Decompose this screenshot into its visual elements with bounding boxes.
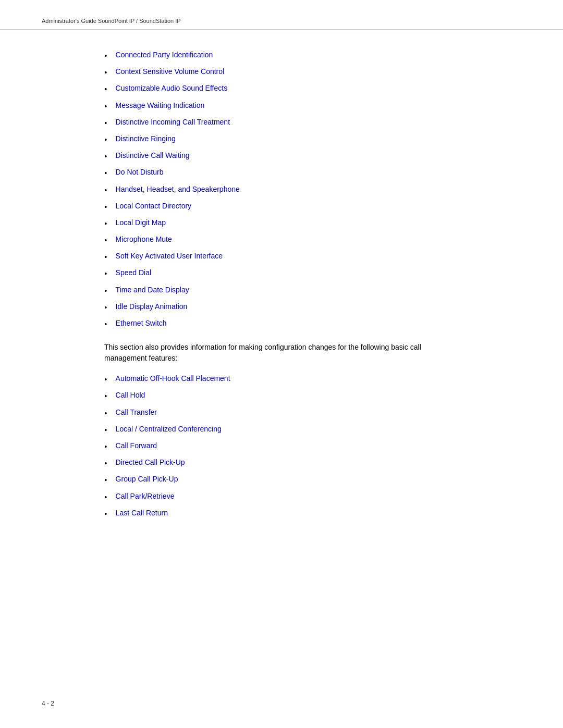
list-item: •Local Digit Map bbox=[104, 218, 459, 229]
bullet-icon: • bbox=[104, 509, 107, 519]
list-item-link[interactable]: Local Digit Map bbox=[116, 218, 166, 227]
list-item: •Automatic Off-Hook Call Placement bbox=[104, 374, 459, 385]
bullet-icon: • bbox=[104, 186, 107, 195]
list-item-link[interactable]: Call Forward bbox=[116, 441, 157, 450]
bullet-icon: • bbox=[104, 68, 107, 78]
list-item: •Microphone Mute bbox=[104, 235, 459, 245]
list-item: •Call Hold bbox=[104, 391, 459, 401]
list-item-link[interactable]: Local Contact Directory bbox=[116, 202, 192, 210]
bullet-icon: • bbox=[104, 152, 107, 162]
bullet-icon: • bbox=[104, 391, 107, 401]
bullet-icon: • bbox=[104, 118, 107, 128]
bullet-icon: • bbox=[104, 492, 107, 502]
bullet-icon: • bbox=[104, 409, 107, 418]
list-item: •Directed Call Pick-Up bbox=[104, 458, 459, 468]
page-number: 4 - 2 bbox=[42, 700, 54, 707]
bullet-icon: • bbox=[104, 319, 107, 329]
list-item-link[interactable]: Speed Dial bbox=[116, 268, 152, 277]
bullet-icon: • bbox=[104, 202, 107, 212]
list-item: •Local / Centralized Conferencing bbox=[104, 425, 459, 435]
list-item-link[interactable]: Do Not Disturb bbox=[116, 168, 164, 176]
second-bullet-list: •Automatic Off-Hook Call Placement•Call … bbox=[104, 374, 459, 519]
section-paragraph: This section also provides information f… bbox=[104, 342, 459, 364]
list-item: •Ethernet Switch bbox=[104, 319, 459, 329]
bullet-icon: • bbox=[104, 135, 107, 145]
main-content: •Connected Party Identification•Context … bbox=[0, 30, 563, 563]
list-item-link[interactable]: Ethernet Switch bbox=[116, 319, 167, 327]
bullet-icon: • bbox=[104, 236, 107, 245]
page-header: Administrator's Guide SoundPoint IP / So… bbox=[0, 0, 563, 30]
bullet-icon: • bbox=[104, 442, 107, 452]
list-item-link[interactable]: Soft Key Activated User Interface bbox=[116, 252, 223, 260]
list-item: •Context Sensitive Volume Control bbox=[104, 67, 459, 78]
list-item-link[interactable]: Distinctive Ringing bbox=[116, 134, 176, 143]
list-item-link[interactable]: Time and Date Display bbox=[116, 286, 189, 294]
list-item-link[interactable]: Context Sensitive Volume Control bbox=[116, 67, 225, 76]
list-item: •Connected Party Identification bbox=[104, 51, 459, 61]
list-item: •Call Transfer bbox=[104, 408, 459, 418]
list-item: •Call Park/Retrieve bbox=[104, 492, 459, 502]
list-item-link[interactable]: Distinctive Call Waiting bbox=[116, 151, 190, 159]
list-item-link[interactable]: Group Call Pick-Up bbox=[116, 475, 178, 483]
bullet-icon: • bbox=[104, 252, 107, 262]
list-item-link[interactable]: Call Park/Retrieve bbox=[116, 492, 175, 500]
list-item: •Time and Date Display bbox=[104, 286, 459, 296]
list-item-link[interactable]: Directed Call Pick-Up bbox=[116, 458, 185, 466]
list-item: •Message Waiting Indication bbox=[104, 101, 459, 112]
list-item: •Last Call Return bbox=[104, 509, 459, 519]
list-item: •Customizable Audio Sound Effects bbox=[104, 84, 459, 94]
bullet-icon: • bbox=[104, 84, 107, 94]
list-item: •Soft Key Activated User Interface bbox=[104, 252, 459, 262]
list-item-link[interactable]: Automatic Off-Hook Call Placement bbox=[116, 374, 230, 382]
list-item: •Local Contact Directory bbox=[104, 202, 459, 212]
list-item: •Do Not Disturb bbox=[104, 168, 459, 178]
list-item: •Call Forward bbox=[104, 441, 459, 452]
page-container: Administrator's Guide SoundPoint IP / So… bbox=[0, 0, 563, 728]
bullet-icon: • bbox=[104, 459, 107, 468]
list-item-link[interactable]: Call Hold bbox=[116, 391, 145, 399]
header-text: Administrator's Guide SoundPoint IP / So… bbox=[42, 18, 181, 24]
list-item-link[interactable]: Customizable Audio Sound Effects bbox=[116, 84, 228, 92]
list-item: •Distinctive Call Waiting bbox=[104, 151, 459, 162]
list-item-link[interactable]: Call Transfer bbox=[116, 408, 157, 416]
bullet-icon: • bbox=[104, 51, 107, 61]
bullet-icon: • bbox=[104, 168, 107, 178]
bullet-icon: • bbox=[104, 375, 107, 385]
list-item: •Group Call Pick-Up bbox=[104, 475, 459, 485]
list-item-link[interactable]: Connected Party Identification bbox=[116, 51, 213, 59]
bullet-icon: • bbox=[104, 425, 107, 435]
list-item: •Handset, Headset, and Speakerphone bbox=[104, 185, 459, 195]
bullet-icon: • bbox=[104, 102, 107, 112]
list-item: •Speed Dial bbox=[104, 268, 459, 279]
bullet-icon: • bbox=[104, 219, 107, 229]
list-item-link[interactable]: Last Call Return bbox=[116, 509, 168, 517]
bullet-icon: • bbox=[104, 269, 107, 279]
bullet-icon: • bbox=[104, 475, 107, 485]
bullet-icon: • bbox=[104, 286, 107, 296]
list-item-link[interactable]: Handset, Headset, and Speakerphone bbox=[116, 185, 240, 193]
list-item: •Idle Display Animation bbox=[104, 302, 459, 313]
list-item-link[interactable]: Distinctive Incoming Call Treatment bbox=[116, 118, 230, 126]
list-item-link[interactable]: Local / Centralized Conferencing bbox=[116, 425, 222, 433]
list-item-link[interactable]: Microphone Mute bbox=[116, 235, 172, 243]
list-item-link[interactable]: Idle Display Animation bbox=[116, 302, 188, 311]
list-item: •Distinctive Ringing bbox=[104, 134, 459, 145]
list-item-link[interactable]: Message Waiting Indication bbox=[116, 101, 205, 109]
bullet-icon: • bbox=[104, 303, 107, 313]
list-item: •Distinctive Incoming Call Treatment bbox=[104, 118, 459, 128]
first-bullet-list: •Connected Party Identification•Context … bbox=[104, 51, 459, 329]
